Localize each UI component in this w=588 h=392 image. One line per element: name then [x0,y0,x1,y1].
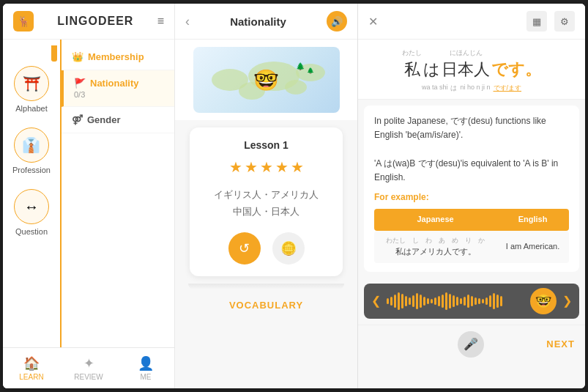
bottom-nav: 🏠 LEARN ✦ REVIEW 👤 ME [3,347,174,388]
settings-button[interactable]: ⚙ [554,11,575,32]
audio-prev-button[interactable]: ❮ [371,294,381,308]
table-ruby: わたし し わ あ め り か [380,235,491,245]
back-button[interactable]: ‹ [185,14,190,29]
review-icon: ✦ [83,355,94,371]
lesson-card-gender[interactable]: ⚤ Gender [62,107,174,133]
grammar-footer: 🎤 NEXT [358,325,585,363]
star-5: ★ [291,158,304,176]
star-2: ★ [245,158,258,176]
svg-text:🌲: 🌲 [296,62,305,71]
wave-bar [409,297,411,305]
vocabulary-footer: VOCABULARY [175,289,357,320]
audio-next-button[interactable]: ❯ [562,294,572,308]
alphabet-icon: ⛩️ [14,66,49,101]
table-header-english: English [496,209,569,231]
wave-bar [387,298,389,304]
wave-bar [438,296,440,306]
lesson-card-membership[interactable]: 👑 Membership [62,44,174,70]
learn-header: 🦌 LINGODEER ≡ [3,4,174,40]
wave-bar [427,298,429,304]
app-logo-icon: 🦌 [13,11,34,32]
wave-bar [431,299,433,303]
card-shadow [188,284,344,289]
explain-example-text: 'A は(wa)B です(desu)'is equivalent to 'A i… [374,157,569,185]
next-button[interactable]: NEXT [546,339,575,350]
membership-title: 👑 Membership [72,51,164,62]
wave-bar [478,298,480,304]
wave-bar [464,297,466,306]
refresh-button[interactable]: ↺ [228,232,261,265]
table-cell-japanese: わたし し わ あ め り か 私はアメリカ人です。 [374,231,496,263]
learn-content: ⛩️ Alphabet 👔 Profession ↔️ Question 👑 [3,40,174,347]
panel-grammar: ✕ ▦ ⚙ わたし 私 は にほんじん 日本人 [358,4,585,388]
wave-bar [445,292,447,310]
audio-play-button[interactable]: 🔊 [327,11,347,32]
wave-bar [412,295,414,307]
membership-icon: 👑 [72,51,83,62]
wave-bar [390,297,392,306]
wave-bar [475,297,477,305]
coin-button[interactable]: 🪙 [272,232,305,265]
wave-bar [493,293,495,309]
lesson-words: イギリス人・アメリカ人中国人・日本人 [214,186,319,221]
wave-bar [456,297,458,306]
deer-emoji: 🦌 [18,15,30,27]
close-button[interactable]: ✕ [368,15,378,29]
alphabet-label: Alphabet [15,104,47,113]
wave-bar [420,295,422,308]
star-1: ★ [229,158,242,176]
sidebar-item-alphabet[interactable]: ⛩️ Alphabet [14,66,49,113]
hamburger-menu-icon[interactable]: ≡ [157,15,164,28]
audio-waveform [387,290,524,312]
nationality-title: 🚩 Nationality [74,78,164,89]
grammar-header-icons: ▦ ⚙ [526,11,575,32]
wave-bar [489,295,491,307]
wave-bar [442,295,444,308]
home-icon: 🏠 [23,355,40,371]
learn-icons-column: ⛩️ Alphabet 👔 Profession ↔️ Question [3,40,62,347]
table-cell-english: I am American. [496,231,569,263]
nationality-flag-icon: 🚩 [74,78,86,89]
nationality-subtitle: 0/3 [74,90,164,99]
wave-bar [453,295,455,307]
grid-view-button[interactable]: ▦ [526,11,547,32]
microphone-button[interactable]: 🎤 [458,331,484,358]
svg-point-4 [285,80,307,95]
nav-review-label: REVIEW [74,373,103,381]
lesson-card-nationality[interactable]: 🚩 Nationality 0/3 [62,70,174,107]
stars-rating: ★ ★ ★ ★ ★ [229,158,304,176]
svg-text:🌲: 🌲 [307,67,314,74]
grammar-link[interactable]: です/ます [494,84,522,93]
wave-bar [434,297,436,305]
nationality-page-title: Nationality [230,15,286,28]
jp-char-desu: です。 [491,51,541,81]
nav-review[interactable]: ✦ REVIEW [60,352,117,384]
grammar-sentence: わたし 私 は にほんじん 日本人 です。 wa ta shi は [358,40,585,100]
audio-player-bar: ❮ 🤓 ❯ [364,284,579,319]
nav-me[interactable]: 👤 ME [117,352,174,384]
wave-bar [471,296,473,306]
for-example-label: For example: [374,191,569,204]
sidebar-item-profession[interactable]: 👔 Profession [12,127,51,174]
wave-bar [405,296,407,306]
sidebar-item-question[interactable]: ↔️ Question [14,189,49,236]
explain-intro: In polite Japanese, です(desu) functions l… [374,114,569,142]
profession-label: Profession [12,166,51,174]
lesson-number: Lesson 1 [244,139,289,151]
bookmark-indicator [51,45,57,62]
wave-bar [500,296,502,306]
nav-learn[interactable]: 🏠 LEARN [3,352,60,384]
table-row: わたし し わ あ め り か 私はアメリカ人です。 I am American… [374,231,569,263]
question-icon: ↔️ [14,189,49,224]
grammar-header: ✕ ▦ ⚙ [358,4,585,40]
lesson-actions: ↺ 🪙 [228,232,305,265]
table-header-japanese: Japanese [374,209,496,231]
grammar-table: Japanese English わたし し わ あ め り か 私はアメリカ人… [374,209,569,263]
panel-nationality: ‹ Nationality 🔊 🌲 🌲 🤓 [175,4,358,388]
speaker-icon: 🔊 [331,16,343,27]
map-section: 🌲 🌲 🤓 [175,40,357,120]
jp-char-ha: は [423,51,440,81]
panel-learn: 🦌 LINGODEER ≡ ⛩️ Alphabet 👔 Profession ↔… [3,4,175,388]
mascot-audio-icon: 🤓 [530,288,557,314]
profession-icon: 👔 [14,127,49,163]
